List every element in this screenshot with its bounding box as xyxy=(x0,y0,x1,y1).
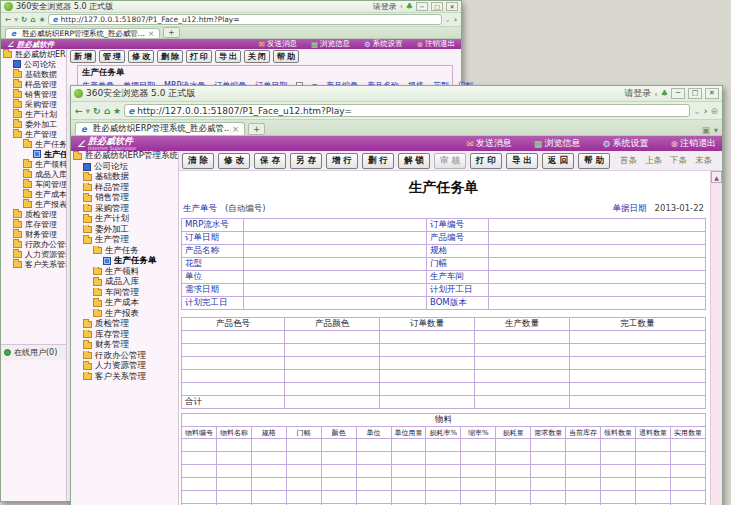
tree-item[interactable]: 财务管理 xyxy=(71,340,178,351)
export-button[interactable]: 导出 xyxy=(215,50,241,63)
logout-link[interactable]: ⊗注销退出 xyxy=(417,39,455,49)
print-button[interactable]: 打印 xyxy=(470,153,502,169)
tree-item-selected[interactable]: 生产任务单 xyxy=(1,149,66,159)
tree-root[interactable]: 胜必威纺织ERP管理系统 xyxy=(1,49,66,59)
login-link[interactable]: 请登录 xyxy=(373,1,397,12)
online-users-bar[interactable]: 在线用户(0) xyxy=(1,344,66,360)
go-icon[interactable]: › xyxy=(704,106,708,116)
tree-item[interactable]: 生产成本 xyxy=(71,298,178,309)
new-tab-button[interactable]: + xyxy=(248,123,265,135)
first-record-link[interactable]: 首条 xyxy=(620,155,637,167)
export-button[interactable]: 导出 xyxy=(506,153,538,169)
help-button[interactable]: 帮助 xyxy=(578,153,610,169)
minimize-button[interactable]: ─ xyxy=(416,2,428,11)
field-input[interactable] xyxy=(489,219,706,232)
refresh-icon[interactable]: ↻ xyxy=(21,15,27,24)
favorites-icon[interactable]: ★ xyxy=(113,106,121,116)
field-input[interactable] xyxy=(489,245,706,258)
skin-icon[interactable]: ♣ xyxy=(661,89,668,98)
print-button[interactable]: 打印 xyxy=(186,50,212,63)
maximize-button[interactable]: □ xyxy=(688,88,702,99)
send-message-link[interactable]: ✉发送消息 xyxy=(259,39,297,49)
next-record-link[interactable]: 下条 xyxy=(670,155,687,167)
collapse-icon[interactable]: ‹ xyxy=(654,89,658,99)
browser-tab[interactable]: e 胜必威纺织ERP管理系统_胜必威管... × xyxy=(5,28,160,38)
delete-button[interactable]: 删除 xyxy=(157,50,183,63)
system-settings-link[interactable]: ⚙系统设置 xyxy=(364,39,403,49)
collapse-icon[interactable]: ‹ xyxy=(400,2,403,11)
url-dropdown-icon[interactable]: ⌄ xyxy=(693,106,701,116)
add-favorite-icon[interactable]: ⊕ xyxy=(710,106,718,116)
tree-item[interactable]: 车间管理 xyxy=(71,288,178,299)
tree-item[interactable]: 车间管理 xyxy=(1,179,66,189)
tab-close-icon[interactable]: × xyxy=(232,124,239,134)
tree-item[interactable]: 生产报表 xyxy=(1,199,66,209)
tree-item[interactable]: 销售管理 xyxy=(1,89,66,99)
add-button[interactable]: 新增 xyxy=(70,50,96,63)
save-as-button[interactable]: 另存 xyxy=(290,153,322,169)
new-tab-button[interactable]: + xyxy=(163,27,179,38)
tree-item[interactable]: 行政办公管理 xyxy=(71,351,178,362)
field-input[interactable] xyxy=(244,271,427,284)
go-icon[interactable]: › xyxy=(454,15,457,24)
tree-item[interactable]: 基础数据 xyxy=(71,172,178,183)
tree-item-selected[interactable]: 生产任务单 xyxy=(71,256,178,267)
tree-item[interactable]: 生产计划 xyxy=(1,109,66,119)
field-input[interactable] xyxy=(244,245,427,258)
tree-item[interactable]: 生产管理 xyxy=(1,129,66,139)
login-link[interactable]: 请登录 xyxy=(624,87,651,100)
close-page-button[interactable]: 关闭 xyxy=(244,50,270,63)
scroll-up-icon[interactable]: ▲ xyxy=(711,171,722,183)
field-input[interactable] xyxy=(244,258,427,271)
tree-item[interactable]: 库存管理 xyxy=(71,330,178,341)
tree-item[interactable]: 成品入库 xyxy=(1,169,66,179)
tree-item[interactable]: 质检管理 xyxy=(71,319,178,330)
system-settings-link[interactable]: ⚙系统设置 xyxy=(602,137,648,150)
return-button[interactable]: 返回 xyxy=(542,153,574,169)
field-input[interactable] xyxy=(244,297,427,310)
tab-menu-icon[interactable]: ▾ xyxy=(714,125,718,135)
manage-button[interactable]: 管理 xyxy=(99,50,125,63)
tree-item-forum[interactable]: 公司论坛 xyxy=(71,162,178,173)
field-input[interactable] xyxy=(244,232,427,245)
tree-item[interactable]: 生产报表 xyxy=(71,309,178,320)
tree-item[interactable]: 委外加工 xyxy=(71,225,178,236)
tree-item[interactable]: 生产领料 xyxy=(71,267,178,278)
close-button[interactable]: ✕ xyxy=(705,88,719,99)
close-button[interactable]: ✕ xyxy=(446,2,458,11)
add-row-button[interactable]: 增行 xyxy=(326,153,358,169)
browser-tab[interactable]: e 胜必威纺织ERP管理系统_胜必威管... × xyxy=(75,122,245,136)
tree-item[interactable]: 生产任务 xyxy=(1,139,66,149)
field-input[interactable] xyxy=(244,284,427,297)
logout-link[interactable]: ⊗注销退出 xyxy=(670,137,716,150)
help-button[interactable]: 帮助 xyxy=(273,50,299,63)
back-icon[interactable]: ← xyxy=(75,106,83,116)
field-input[interactable] xyxy=(489,258,706,271)
field-input[interactable] xyxy=(489,284,706,297)
address-input[interactable]: e http://127.0.0.1:51807/P1_Face_u12.htm… xyxy=(124,104,690,118)
tree-item[interactable]: 生产任务 xyxy=(71,246,178,257)
tab-list-icon[interactable]: ▣ xyxy=(702,125,710,135)
tab-close-icon[interactable]: × xyxy=(148,29,154,38)
unlock-button[interactable]: 解锁 xyxy=(398,153,430,169)
tree-item[interactable]: 样品管理 xyxy=(1,79,66,89)
tree-item[interactable]: 库存管理 xyxy=(1,219,66,229)
forward-icon[interactable]: ▾ xyxy=(86,106,91,116)
field-input[interactable] xyxy=(489,297,706,310)
forward-icon[interactable]: ▾ xyxy=(14,15,18,24)
tree-item[interactable]: 委外加工 xyxy=(1,119,66,129)
tree-item[interactable]: 财务管理 xyxy=(1,229,66,239)
tree-item[interactable]: 成品入库 xyxy=(71,277,178,288)
address-input[interactable]: e http://127.0.0.1:51807/P1_Face_u12.htm… xyxy=(48,14,441,24)
clear-button[interactable]: 清除 xyxy=(182,153,214,169)
tree-item[interactable]: 质检管理 xyxy=(1,209,66,219)
field-input[interactable] xyxy=(244,219,427,232)
tree-item[interactable]: 生产计划 xyxy=(71,214,178,225)
tree-item[interactable]: 样品管理 xyxy=(71,183,178,194)
back-icon[interactable]: ← xyxy=(5,15,11,24)
tree-item[interactable]: 生产管理 xyxy=(71,235,178,246)
last-record-link[interactable]: 末条 xyxy=(695,155,712,167)
tree-item[interactable]: 人力资源管理 xyxy=(71,361,178,372)
field-input[interactable] xyxy=(489,232,706,245)
skin-icon[interactable]: ♣ xyxy=(406,2,413,11)
